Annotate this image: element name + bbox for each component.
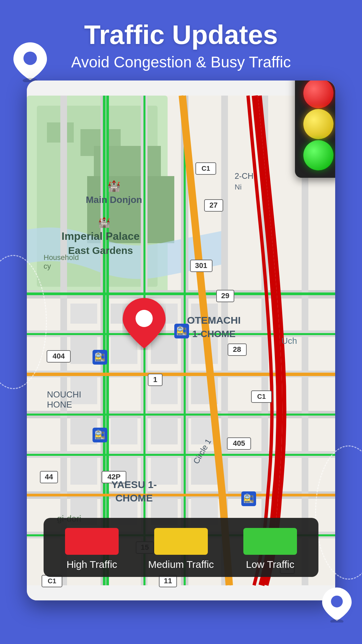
svg-text:🚉: 🚉 xyxy=(176,325,187,336)
traffic-light-red xyxy=(303,80,334,108)
svg-rect-25 xyxy=(70,304,97,324)
svg-text:Imperial Palace: Imperial Palace xyxy=(61,230,139,242)
svg-text:cy: cy xyxy=(44,262,51,270)
svg-text:11: 11 xyxy=(164,577,172,585)
svg-text:🚉: 🚉 xyxy=(95,351,106,362)
svg-text:OTEMACHI: OTEMACHI xyxy=(187,315,241,326)
svg-text:🏰: 🏰 xyxy=(107,179,121,192)
svg-text:404: 404 xyxy=(53,352,65,360)
svg-text:🚉: 🚉 xyxy=(95,429,106,440)
svg-text:Main Donjon: Main Donjon xyxy=(86,195,142,205)
legend-color-medium xyxy=(154,528,208,555)
legend-label-high: High Traffic xyxy=(66,559,117,570)
svg-text:Household: Household xyxy=(44,253,79,262)
svg-text:NOUCHI: NOUCHI xyxy=(47,389,81,399)
svg-point-115 xyxy=(135,310,153,327)
svg-point-2 xyxy=(331,596,343,607)
legend-item-high: High Traffic xyxy=(65,528,119,570)
header-title: Traffic Updates xyxy=(13,20,349,50)
location-icon-bottomright xyxy=(322,586,352,624)
svg-text:Uch: Uch xyxy=(282,336,297,346)
svg-text:YAESU 1-: YAESU 1- xyxy=(111,479,157,490)
legend-label-low: Low Traffic xyxy=(246,559,295,570)
svg-text:2-CH: 2-CH xyxy=(235,171,253,180)
svg-text:C1: C1 xyxy=(201,165,210,172)
map-background: 27 301 404 1 28 C1 C1 29 405 xyxy=(27,80,335,600)
legend-label-medium: Medium Traffic xyxy=(148,559,214,570)
svg-rect-38 xyxy=(70,458,97,485)
svg-text:1: 1 xyxy=(153,375,157,384)
legend-color-low xyxy=(243,528,297,555)
header-subtitle: Avoid Congestion & Busy Traffic xyxy=(13,53,349,71)
svg-text:🚉: 🚉 xyxy=(243,493,254,503)
svg-text:HONE: HONE xyxy=(47,399,72,410)
svg-text:1-CHOME: 1-CHOME xyxy=(192,329,235,339)
svg-text:301: 301 xyxy=(195,261,207,270)
map-location-pin xyxy=(122,297,166,352)
map-container: 27 301 404 1 28 C1 C1 29 405 xyxy=(27,80,335,600)
legend-bar: High Traffic Medium Traffic Low Traffic xyxy=(44,518,318,577)
svg-rect-36 xyxy=(111,418,137,444)
header-section: Traffic Updates Avoid Congestion & Busy … xyxy=(0,0,362,81)
traffic-light xyxy=(295,80,335,178)
svg-text:27: 27 xyxy=(209,201,218,209)
svg-rect-37 xyxy=(151,418,178,444)
legend-item-low: Low Traffic xyxy=(243,528,297,570)
svg-text:🏰: 🏰 xyxy=(98,216,111,228)
svg-text:29: 29 xyxy=(221,291,229,300)
svg-text:405: 405 xyxy=(233,439,245,447)
legend-item-medium: Medium Traffic xyxy=(148,528,214,570)
svg-text:C1: C1 xyxy=(257,393,266,400)
traffic-light-yellow xyxy=(303,109,334,139)
svg-text:C1: C1 xyxy=(48,577,56,585)
svg-rect-18 xyxy=(60,96,67,585)
svg-text:44: 44 xyxy=(45,473,53,481)
svg-text:CHOME: CHOME xyxy=(115,492,153,503)
svg-text:28: 28 xyxy=(233,345,241,354)
traffic-light-green xyxy=(303,140,334,170)
svg-point-3 xyxy=(330,619,344,623)
legend-color-high xyxy=(65,528,119,555)
svg-text:Ni: Ni xyxy=(235,183,242,191)
